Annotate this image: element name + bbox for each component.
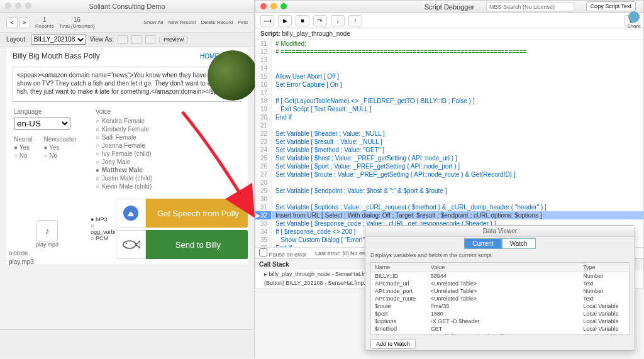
play-name-footer: play.mp3 <box>9 258 34 265</box>
viewas-form[interactable] <box>118 35 128 44</box>
play-filename: play.mp3 <box>36 241 58 248</box>
find-button[interactable]: Find <box>238 19 248 25</box>
svg-point-1 <box>123 241 136 248</box>
showall-button[interactable]: Show All <box>144 19 164 25</box>
neural-label: Neural <box>14 136 32 143</box>
voice-label: Voice <box>96 108 111 115</box>
fm-footer <box>0 329 254 358</box>
layout-label: Layout: <box>6 36 27 43</box>
script-name-bar: Script: billy_play_through_node <box>255 28 643 40</box>
fm-toolbar: < > 1 Records 16 Total (Unsorted) Show A… <box>0 13 254 33</box>
fm-titlebar: Soliant Consulting Demo <box>0 0 254 13</box>
voice-option[interactable]: ● Matthew Male <box>96 167 153 174</box>
share-icon[interactable]: Share <box>626 11 641 36</box>
total-count: 16 <box>74 16 80 23</box>
sd-search-input[interactable] <box>486 2 574 11</box>
sd-traffic-lights[interactable] <box>260 3 287 9</box>
viewas-table[interactable] <box>145 35 155 44</box>
mp3-icon[interactable]: ♪ <box>36 220 58 241</box>
record-num: 1 <box>43 16 47 23</box>
format-column[interactable]: ● MP3 ○ ogg_vorbis ○ PCM <box>91 199 113 259</box>
sd-titlebar: Script Debugger Copy Script Text <box>255 1 643 13</box>
neural-yes[interactable]: ● Yes <box>14 144 32 151</box>
page-title: Billy Big Mouth Bass Polly <box>13 52 100 60</box>
layout-select[interactable]: BILLY_202108 <box>31 35 86 45</box>
fish-icon <box>116 230 146 259</box>
dv-row[interactable]: API::node_url<Unrelated Table>Text <box>371 280 629 287</box>
newscaster-label: Newscaster <box>43 136 76 143</box>
polly-label: Get Speech from Polly <box>148 209 248 218</box>
deleterecord-button[interactable]: Delete Record <box>201 19 233 25</box>
right-ribbon: Share <box>609 11 644 36</box>
dv-row[interactable]: $methodGETLocal Variable <box>371 325 629 333</box>
data-viewer-window: Data Viewer Current Watch Displays varia… <box>365 225 635 351</box>
preview-button[interactable]: Preview <box>159 36 188 43</box>
tab-current[interactable]: Current <box>464 238 501 249</box>
prev-record-button[interactable]: < <box>6 17 18 28</box>
step-button[interactable]: ⟶ <box>260 15 274 26</box>
next-record-button[interactable]: > <box>19 17 30 28</box>
dv-row[interactable]: $port1880Local Variable <box>371 310 629 318</box>
traffic-lights[interactable] <box>5 3 31 9</box>
bass-image <box>208 50 258 101</box>
dv-row[interactable]: API::node_route<Unrelated Table>Text <box>371 295 629 302</box>
play-time: 0:00:08 <box>9 250 28 257</box>
get-speech-button[interactable]: Get Speech from Polly <box>116 199 248 228</box>
dv-row[interactable]: $options-X GET -D $headerLocal Variable <box>371 318 629 325</box>
records-label: Records <box>35 23 54 29</box>
dv-row[interactable]: API::node_port<Unrelated Table>Number <box>371 287 629 295</box>
pause-on-error[interactable]: Pause on error <box>259 248 306 258</box>
dv-title: Data Viewer <box>365 226 635 237</box>
copy-script-button[interactable]: Copy Script Text <box>586 1 636 11</box>
language-select[interactable]: en-US <box>14 118 70 130</box>
dv-col[interactable]: Value <box>427 263 579 272</box>
voice-option[interactable]: ○ Ivy Female (child) <box>96 150 153 157</box>
record-nav[interactable]: < > <box>6 17 30 28</box>
dv-row[interactable]: $route/fms/35Local Variable <box>371 302 629 310</box>
voice-option[interactable]: ○ Kimberly Female <box>96 126 153 133</box>
stepin-button[interactable]: ↓ <box>331 15 345 26</box>
svg-point-2 <box>126 243 127 244</box>
script-code[interactable]: 11# Modified:12# =======================… <box>255 40 643 247</box>
stepover-button[interactable]: ↷ <box>313 15 327 26</box>
dv-tabs: Current Watch <box>365 237 635 250</box>
dv-row[interactable]: $hosthttps://billy.connectingdataoffice.… <box>371 333 629 335</box>
viewas-label: View As: <box>90 36 114 43</box>
dv-subtitle: Displays variables and fields in the cur… <box>365 250 635 261</box>
amazon-polly-icon <box>116 199 146 228</box>
filemaker-window: Soliant Consulting Demo < > 1 Records 16… <box>0 0 255 358</box>
neural-no[interactable]: ○ No <box>14 152 32 159</box>
dv-col[interactable]: Name <box>371 263 427 272</box>
newrecord-button[interactable]: New Record <box>168 19 196 25</box>
voice-option[interactable]: ○ Justin Male (child) <box>96 175 153 182</box>
newscaster-no[interactable]: ○ No <box>43 152 76 159</box>
sd-title: Script Debugger <box>425 3 475 11</box>
voice-option[interactable]: ○ Salli Female <box>96 134 153 141</box>
tab-watch[interactable]: Watch <box>502 238 536 249</box>
bottom-buttons: ♪ play.mp3 0:00:08 ● MP3 ○ ogg_vorbis ○ … <box>6 199 248 259</box>
language-label: Language <box>14 108 42 115</box>
dv-col[interactable]: Type <box>579 263 629 272</box>
stop-button[interactable]: ■ <box>296 15 309 26</box>
voice-option[interactable]: ○ Joey Male <box>96 158 153 165</box>
voice-option[interactable]: ○ Kevin Male (child) <box>96 183 153 190</box>
play-column: ♪ play.mp3 0:00:08 <box>6 199 88 259</box>
billy-label: Send to Billy <box>148 240 248 250</box>
send-to-billy-button[interactable]: Send to Billy <box>116 230 248 259</box>
run-button[interactable]: ▶ <box>278 15 292 26</box>
voice-option[interactable]: ○ Kendra Female <box>96 118 153 124</box>
stepout-button[interactable]: ↑ <box>348 15 362 26</box>
total-label: Total (Unsorted) <box>59 23 95 29</box>
voice-option[interactable]: ○ Joanna Female <box>96 142 153 149</box>
fm-title: Soliant Consulting Demo <box>89 3 165 10</box>
dv-table[interactable]: NameValueTypeBILLY::ID58944NumberAPI::no… <box>370 262 630 335</box>
last-error: Last error: [0] No error <box>315 250 371 257</box>
viewas-list[interactable] <box>131 35 142 44</box>
newscaster-yes[interactable]: ● Yes <box>43 144 76 151</box>
voice-list[interactable]: ○ Kendra Female○ Kimberly Female○ Salli … <box>96 118 153 190</box>
sd-toolbar: ⟶ ▶ ■ ↷ ↓ ↑ ⚙ <box>255 13 643 28</box>
layout-bar: Layout: BILLY_202108 View As: Preview <box>0 33 254 47</box>
dv-row[interactable]: BILLY::ID58944Number <box>371 272 629 280</box>
add-to-watch-button[interactable]: Add to Watch <box>370 339 416 349</box>
